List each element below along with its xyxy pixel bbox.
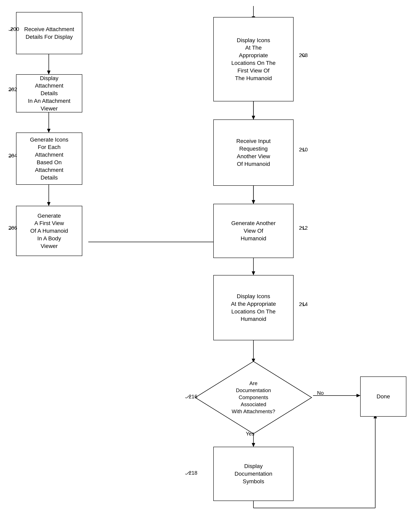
box-212: Generate AnotherView OfHumanoid (213, 204, 293, 258)
box-214: Display IconsAt the AppropriateLocations… (213, 275, 293, 340)
box-208: Display IconsAt TheAppropriateLocations … (213, 17, 293, 101)
ref-212: 212 (299, 225, 308, 231)
svg-marker-7 (47, 202, 50, 206)
svg-marker-5 (47, 129, 50, 132)
svg-marker-19 (252, 443, 255, 447)
svg-marker-15 (252, 271, 255, 275)
svg-marker-13 (252, 200, 255, 204)
svg-marker-21 (357, 394, 360, 397)
ref-204: 204 (8, 153, 17, 159)
box-206: GenerateA First ViewOf A HumanoidIn A Bo… (16, 206, 82, 256)
yes-label: Yes (246, 431, 254, 437)
ref-216: 216 (189, 393, 197, 400)
ref-210: 210 (299, 146, 308, 153)
box-202: DisplayAttachmentDetailsIn An Attachment… (16, 74, 82, 112)
svg-marker-11 (252, 116, 255, 119)
flowchart-diagram: Receive Attachment Details For Display 2… (0, 0, 420, 514)
ref-208: 208 (299, 52, 308, 58)
box-done: Done (360, 376, 406, 417)
ref-202: 202 (8, 86, 17, 92)
ref-200: 200 (10, 26, 19, 32)
ref-214: 214 (299, 301, 308, 307)
diamond-216: AreDocumentationComponentsAssociatedWith… (193, 359, 314, 436)
box-218: DisplayDocumentationSymbols (213, 447, 293, 501)
box-200: Receive Attachment Details For Display (16, 12, 82, 54)
ref-206: 206 (8, 225, 17, 231)
ref-218: 218 (189, 470, 197, 476)
svg-marker-3 (47, 71, 50, 74)
no-label: No (317, 390, 324, 396)
box-210: Receive InputRequestingAnother ViewOf Hu… (213, 119, 293, 186)
box-204: Generate IconsFor EachAttachmentBased On… (16, 132, 82, 185)
